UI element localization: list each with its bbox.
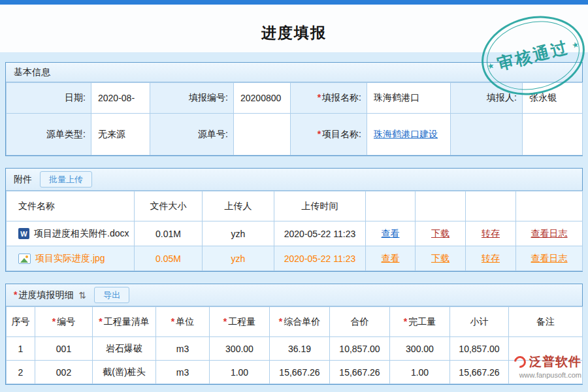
completed-qty: 1.00 <box>390 361 450 384</box>
col-remark: 备注 <box>509 307 583 337</box>
source-type-value: 无来源 <box>91 114 150 155</box>
attachments-header-row: 文件名称 文件大小 上传人 上传时间 <box>7 191 583 221</box>
attachments-section: 附件 批量上传 文件名称 文件大小 上传人 上传时间 <box>5 168 583 272</box>
view-cell: 查看 <box>366 246 416 271</box>
reporter-label: 填报人: <box>451 83 523 114</box>
detail-header-row: 序号 *编号 *工程量清单 *单位 *工程量 *综合单价 合价 *完工量 小计 … <box>7 307 583 337</box>
progress-detail-header: *进度填报明细 ⇅ 导出 <box>6 284 582 306</box>
detail-row: 2 002 截(凿)桩头 m3 1.00 15,667.26 15,667.26… <box>7 361 583 384</box>
download-cell: 下载 <box>416 246 466 271</box>
upload-time: 2020-05-22 11:23 <box>274 246 366 271</box>
fanpu-url: www.fanpusoft.com <box>514 371 581 379</box>
export-button[interactable]: 导出 <box>94 287 129 303</box>
basic-info-row-2: 源单类型: 无来源 源单号: *项目名称: 珠海鹤港口建设 <box>7 114 583 155</box>
fanpu-logo-icon <box>512 353 528 370</box>
view-cell: 查看 <box>366 221 416 246</box>
col-subtotal: 小计 <box>450 307 509 337</box>
download-link[interactable]: 下载 <box>431 253 449 263</box>
unit-price: 15,667.26 <box>270 361 330 384</box>
basic-info-header: 基本信息 <box>6 63 582 82</box>
date-value: 2020-08- <box>91 83 150 114</box>
transfer-cell: 转存 <box>466 246 516 271</box>
attachment-row: W 项目进度相关附件.docx 0.01M yzh 2020-05-22 11:… <box>7 221 583 246</box>
attachment-row-selected: 项目实际进度.jpg 0.05M yzh 2020-05-22 11:23 查看… <box>7 246 583 271</box>
required-mark: * <box>318 92 321 103</box>
empty-label-cell <box>451 114 523 155</box>
view-link[interactable]: 查看 <box>382 253 400 263</box>
view-link[interactable]: 查看 <box>382 228 400 238</box>
batch-upload-button[interactable]: 批量上传 <box>40 171 92 188</box>
view-log-cell: 查看日志 <box>516 221 583 246</box>
view-log-link[interactable]: 查看日志 <box>531 253 568 263</box>
source-no-label: 源单号: <box>150 114 234 155</box>
download-cell: 下载 <box>416 221 466 246</box>
col-file-size: 文件大小 <box>135 191 203 221</box>
image-file-icon <box>18 253 31 264</box>
upload-time: 2020-05-22 11:23 <box>274 221 366 246</box>
project-name-label: *项目名称: <box>291 114 367 155</box>
quantity: 1.00 <box>210 361 270 384</box>
col-total-price: 合价 <box>330 307 390 337</box>
required-mark: * <box>318 129 321 139</box>
file-name-cell: W 项目进度相关附件.docx <box>7 221 135 246</box>
col-unit: *单位 <box>156 307 210 337</box>
file-size: 0.01M <box>135 221 203 246</box>
col-code: *编号 <box>35 307 93 337</box>
basic-info-row-1: 日期: 2020-08- 填报编号: 20200800 *填报名称: 珠海鹤港口… <box>7 83 583 114</box>
title-band: 进度填报 <box>0 5 588 52</box>
report-name-label: *填报名称: <box>291 83 367 114</box>
view-log-cell: 查看日志 <box>516 246 583 271</box>
total-price: 15,667.26 <box>330 361 390 384</box>
empty-value-cell <box>523 114 583 155</box>
seq: 2 <box>7 361 35 384</box>
col-unit-price: *综合单价 <box>270 307 330 337</box>
transfer-link[interactable]: 转存 <box>482 228 500 238</box>
project-name-link[interactable]: 珠海鹤港口建设 <box>374 129 438 139</box>
source-type-label: 源单类型: <box>7 114 91 155</box>
transfer-link[interactable]: 转存 <box>482 253 500 263</box>
total-price: 10,857.00 <box>330 337 390 361</box>
basic-info-table: 日期: 2020-08- 填报编号: 20200800 *填报名称: 珠海鹤港口… <box>6 82 583 155</box>
col-action-empty <box>366 191 416 221</box>
file-name-cell: 项目实际进度.jpg <box>7 246 135 271</box>
file-name: 项目实际进度.jpg <box>35 253 105 265</box>
reporter-value: 张永银 <box>523 83 583 114</box>
file-name: 项目进度相关附件.docx <box>34 228 129 240</box>
boq-name: 岩石爆破 <box>93 337 156 361</box>
word-file-icon: W <box>18 228 29 239</box>
attachments-title: 附件 <box>14 174 32 186</box>
col-file-name: 文件名称 <box>7 191 135 221</box>
col-seq: 序号 <box>7 307 35 337</box>
col-action-empty <box>466 191 516 221</box>
col-upload-time: 上传时间 <box>274 191 366 221</box>
download-link[interactable]: 下载 <box>431 228 449 238</box>
transfer-cell: 转存 <box>466 221 516 246</box>
detail-row: 1 001 岩石爆破 m3 300.00 36.19 10,857.00 300… <box>7 337 583 361</box>
required-mark: * <box>14 289 17 300</box>
main-content: 基本信息 日期: 2020-08- 填报编号: 20200800 *填报名称: … <box>0 52 588 385</box>
source-no-value <box>234 114 291 155</box>
report-no-value: 20200800 <box>234 83 291 114</box>
progress-detail-title: *进度填报明细 <box>14 289 73 301</box>
subtotal: 10,857.00 <box>450 337 509 361</box>
basic-info-section: 基本信息 日期: 2020-08- 填报编号: 20200800 *填报名称: … <box>5 62 583 156</box>
uploader: yzh <box>203 246 274 271</box>
col-action-empty <box>416 191 466 221</box>
date-label: 日期: <box>7 83 91 114</box>
code: 001 <box>35 337 93 361</box>
seq: 1 <box>7 337 35 361</box>
page-title: 进度填报 <box>0 23 588 43</box>
attachments-table: 文件名称 文件大小 上传人 上传时间 W 项目进度相关附件.docx <box>6 191 583 271</box>
boq-name: 截(凿)桩头 <box>93 361 156 384</box>
sort-icon[interactable]: ⇅ <box>78 290 86 301</box>
col-uploader: 上传人 <box>203 191 274 221</box>
unit: m3 <box>156 337 210 361</box>
col-completed: *完工量 <box>390 307 450 337</box>
unit-price: 36.19 <box>270 337 330 361</box>
basic-info-title: 基本信息 <box>14 67 50 78</box>
completed-qty: 300.00 <box>390 337 450 361</box>
progress-detail-section: *进度填报明细 ⇅ 导出 序号 *编号 *工程量清单 *单位 *工程量 *综合单… <box>5 284 583 385</box>
fanpu-brand-name: 泛普软件 <box>529 353 581 370</box>
uploader: yzh <box>203 221 274 246</box>
view-log-link[interactable]: 查看日志 <box>531 228 568 238</box>
